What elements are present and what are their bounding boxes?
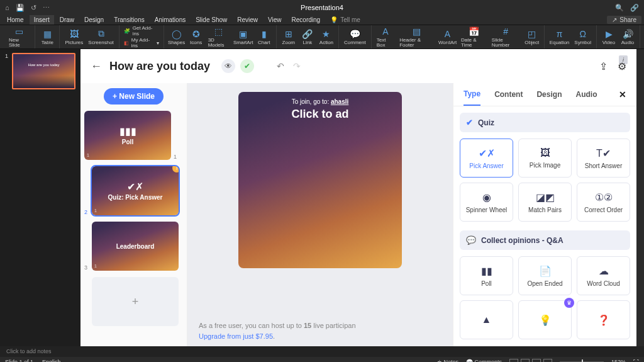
table-icon: ▦ [42, 29, 52, 39]
screenshot-icon: ⧉ [96, 29, 106, 39]
upgrade-link[interactable]: Upgrade from just $7.95 [199, 332, 273, 340]
card-pick-image[interactable]: 🖼Pick Image [518, 139, 572, 178]
tell-me[interactable]: 💡Tell me [326, 15, 365, 25]
menu-slideshow[interactable]: Slide Show [191, 15, 231, 25]
chart-button[interactable]: ▮Chart [255, 25, 274, 48]
comments-toggle[interactable]: 💬 Comments [466, 359, 502, 362]
textbox-icon: A [380, 26, 391, 37]
menu-transitions[interactable]: Transitions [109, 15, 149, 25]
menu-insert[interactable]: Insert [30, 15, 54, 25]
shapes-button[interactable]: ◯Shapes [167, 25, 187, 48]
menu-recording[interactable]: Recording [287, 15, 325, 25]
store-icon: 🧩 [124, 28, 130, 34]
equation-button[interactable]: πEquation [547, 25, 572, 48]
status-bar: Slide 1 of 1 English ≐ Notes 💬 Comments … [0, 357, 644, 362]
slide-number-button[interactable]: #Slide Number [489, 25, 523, 48]
panel-tabs: Type Content Design Audio ✕ [453, 83, 636, 106]
redo-button[interactable]: ↷ [293, 61, 301, 71]
pairs-icon: ◪◩ [536, 191, 555, 203]
object-button[interactable]: ◰Object [523, 25, 541, 48]
card-correct-order[interactable]: ①②Correct Order [577, 183, 630, 222]
new-slide-button[interactable]: ▭New Slide [6, 25, 32, 48]
tab-content[interactable]: Content [494, 90, 523, 105]
back-button[interactable]: ← [91, 60, 102, 73]
card-pick-answer[interactable]: ✔✗Pick Answer [460, 139, 513, 178]
undo-icon[interactable]: ↺ [31, 4, 36, 12]
presentation-title[interactable]: How are you today [109, 60, 210, 73]
mountain-icon: ▲ [482, 314, 492, 325]
notes-pane[interactable]: Click to add notes [0, 346, 644, 357]
slide-thumb-quiz[interactable]: ! ✔✗ Quiz: Pick Answer 1 [92, 166, 179, 215]
scrollbar-v[interactable] [636, 49, 644, 346]
wordart-icon: A [443, 29, 453, 39]
table-button[interactable]: ▦Table [38, 25, 57, 48]
zoom-value[interactable]: 152% [611, 359, 626, 362]
link-icon[interactable]: 🔗 [630, 4, 639, 12]
menu-review[interactable]: Review [233, 15, 262, 25]
date-time-button[interactable]: 📅Date & Time [458, 25, 489, 48]
bulb-icon: 💡 [330, 16, 338, 23]
my-addins-button[interactable]: ◧My Add-ins▾ [124, 37, 159, 48]
close-panel-button[interactable]: ✕ [619, 89, 626, 106]
undo-button[interactable]: ↶ [277, 61, 284, 71]
question-icon: ❓ [597, 314, 610, 326]
menu-animations[interactable]: Animations [150, 15, 190, 25]
smartart-button[interactable]: ▣SmartArt [232, 25, 255, 48]
card-word-cloud[interactable]: ☁Word Cloud [577, 256, 630, 295]
tab-audio[interactable]: Audio [575, 90, 597, 105]
get-addins-button[interactable]: 🧩Get Add-ins [124, 25, 159, 37]
card-open-ended[interactable]: 📄Open Ended [518, 256, 572, 295]
slide-thumb-poll[interactable]: ▮▮▮ Poll 1 [84, 111, 171, 160]
notes-toggle[interactable]: ≐ Notes [437, 359, 458, 362]
tab-type[interactable]: Type [464, 89, 480, 106]
preview-button[interactable]: 👁 [221, 59, 235, 73]
language-indicator[interactable]: English [42, 359, 61, 362]
settings-button[interactable]: ⚙ [618, 60, 626, 72]
3d-models-button[interactable]: ⬚3D Models [206, 25, 232, 48]
textbox-button[interactable]: AText Box [374, 25, 397, 48]
card-extra-1[interactable]: ▲ [460, 300, 513, 339]
header-footer-button[interactable]: ▤Header & Footer [397, 25, 436, 48]
view-buttons[interactable] [509, 359, 552, 362]
icons-button[interactable]: ✪Icons [187, 25, 206, 48]
link-button[interactable]: 🔗Link [298, 25, 317, 48]
poll-icon: ▮▮▮ [119, 125, 136, 137]
save-icon[interactable]: 💾 [16, 4, 25, 12]
card-spinner-wheel[interactable]: ◉Spinner Wheel [460, 183, 513, 222]
audio-button[interactable]: 🔊Audio [618, 25, 637, 48]
card-match-pairs[interactable]: ◪◩Match Pairs [518, 183, 572, 222]
search-icon[interactable]: 🔍 [615, 4, 624, 12]
titlebar-left: ⌂ 💾 ↺ ⋯ [5, 4, 50, 12]
video-button[interactable]: ▶Video [599, 25, 618, 48]
card-short-answer[interactable]: T✔Short Answer [577, 139, 630, 178]
card-extra-2[interactable]: ♛💡 [518, 300, 572, 339]
add-slide-button[interactable]: + [92, 277, 179, 326]
zoom-button[interactable]: ⊞Zoom [279, 25, 298, 48]
pictures-button[interactable]: 🖼Pictures [62, 25, 86, 48]
status-check[interactable]: ✔ [240, 59, 254, 73]
comment-button[interactable]: 💬Comment [341, 25, 369, 48]
preview-slide[interactable]: To join, go to: ahasli Click to ad [238, 92, 402, 268]
wordart-button[interactable]: AWordArt [436, 25, 458, 48]
ribbon: ▭New Slide ▦Table 🖼Pictures ⧉Screenshot … [0, 25, 644, 49]
addin-slide-list: + New Slide ▮▮▮ Poll 1 1 2 ! ✔✗ [80, 83, 187, 346]
menu-design[interactable]: Design [80, 15, 108, 25]
menu-view[interactable]: View [264, 15, 286, 25]
share-button[interactable]: ↗Share [607, 16, 641, 24]
menu-home[interactable]: Home [3, 15, 28, 25]
new-slide-button[interactable]: + New Slide [104, 88, 164, 105]
home-icon[interactable]: ⌂ [5, 4, 9, 11]
fit-button[interactable]: ⛶ [633, 359, 639, 362]
tab-design[interactable]: Design [536, 90, 562, 105]
powerpoint-thumbnail-strip: 1 How are you today [0, 49, 80, 346]
menu-draw[interactable]: Draw [55, 15, 79, 25]
pp-slide-thumbnail[interactable]: How are you today [12, 53, 75, 89]
symbol-button[interactable]: ΩSymbol [572, 25, 594, 48]
export-button[interactable]: ⇪ [599, 60, 608, 72]
slide-thumb-leaderboard[interactable]: Leaderboard 1 [92, 222, 179, 271]
card-poll[interactable]: ▮▮Poll [460, 256, 513, 295]
screenshot-button[interactable]: ⧉Screenshot [86, 25, 116, 48]
more-icon[interactable]: ⋯ [43, 4, 50, 12]
action-button[interactable]: ★Action [317, 25, 336, 48]
card-extra-3[interactable]: ❓ [577, 300, 630, 339]
